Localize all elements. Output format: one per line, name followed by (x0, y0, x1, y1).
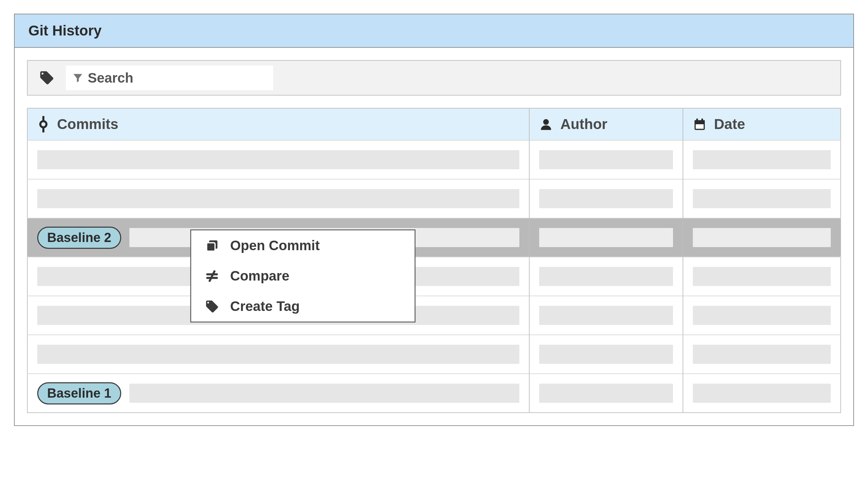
table-row[interactable] (27, 140, 841, 179)
search-box[interactable] (66, 65, 273, 90)
author-placeholder (539, 189, 673, 208)
svg-point-3 (543, 119, 549, 125)
user-icon (539, 118, 553, 131)
filter-icon (72, 72, 84, 84)
table-row[interactable] (27, 296, 841, 335)
tag-icon (205, 299, 219, 314)
tag-filter-button[interactable] (36, 67, 58, 89)
column-header-commits-label: Commits (57, 116, 119, 132)
author-placeholder (539, 228, 673, 247)
column-header-date[interactable]: Date (683, 108, 841, 140)
window-title: Git History (28, 23, 840, 39)
table-row[interactable] (27, 179, 841, 218)
baseline-tag[interactable]: Baseline 2 (37, 227, 121, 249)
context-menu: Open Commit Compare Create Tag (190, 229, 415, 322)
author-placeholder (539, 306, 673, 325)
date-placeholder (693, 306, 831, 325)
table-body: Baseline 2 (27, 140, 841, 413)
column-header-author[interactable]: Author (529, 108, 683, 140)
column-header-author-label: Author (560, 116, 607, 132)
tag-icon (39, 70, 55, 86)
table-row[interactable] (27, 335, 841, 374)
not-equal-icon (205, 269, 219, 283)
commit-icon (37, 116, 49, 132)
date-placeholder (693, 228, 831, 247)
commits-table: Commits Author (27, 108, 841, 413)
window-title-bar: Git History (15, 14, 853, 48)
date-placeholder (693, 345, 831, 364)
git-history-window: Git History (14, 14, 854, 426)
date-placeholder (693, 150, 831, 169)
author-placeholder (539, 150, 673, 169)
window-body: Commits Author (15, 48, 853, 425)
context-menu-create-tag[interactable]: Create Tag (191, 291, 414, 321)
table-row[interactable] (27, 257, 841, 296)
svg-line-13 (210, 271, 215, 281)
svg-rect-6 (696, 119, 698, 121)
context-menu-create-tag-label: Create Tag (230, 299, 300, 314)
table-row-selected[interactable]: Baseline 2 (27, 218, 841, 257)
toolbar (27, 60, 841, 96)
baseline-tag[interactable]: Baseline 1 (37, 382, 121, 404)
svg-rect-8 (696, 124, 703, 129)
commit-message-placeholder (37, 345, 519, 364)
svg-rect-5 (695, 120, 705, 123)
column-header-date-label: Date (714, 116, 745, 132)
commit-message-placeholder (37, 150, 519, 169)
author-placeholder (539, 345, 673, 364)
svg-rect-10 (207, 243, 215, 251)
table-row[interactable]: Baseline 1 (27, 374, 841, 413)
svg-point-1 (40, 121, 46, 127)
author-placeholder (539, 384, 673, 403)
date-placeholder (693, 267, 831, 286)
context-menu-compare-label: Compare (230, 268, 289, 284)
commit-message-placeholder (130, 384, 519, 403)
svg-rect-7 (701, 119, 703, 121)
table-header-row: Commits Author (27, 108, 841, 140)
window-restore-icon (205, 239, 219, 253)
date-placeholder (693, 384, 831, 403)
context-menu-compare[interactable]: Compare (191, 261, 414, 291)
date-placeholder (693, 189, 831, 208)
column-header-commits[interactable]: Commits (27, 108, 529, 140)
context-menu-open-commit-label: Open Commit (230, 238, 320, 253)
author-placeholder (539, 267, 673, 286)
context-menu-open-commit[interactable]: Open Commit (191, 230, 414, 261)
commit-message-placeholder (37, 189, 519, 208)
calendar-icon (693, 118, 707, 131)
search-input[interactable] (88, 70, 267, 86)
